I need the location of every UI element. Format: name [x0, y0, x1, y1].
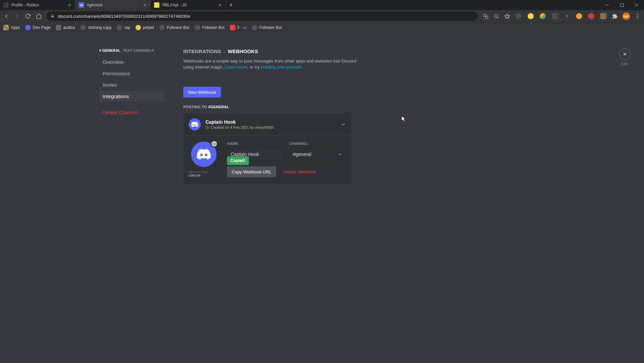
chevron-down-icon[interactable]	[341, 122, 346, 127]
breadcrumb-current: WEBHOOKS	[228, 48, 258, 54]
browser-tab[interactable]: RBLXApi - JS ✕	[151, 0, 226, 10]
apps-bookmark[interactable]: Apps	[3, 25, 20, 30]
settings-sidebar: # GENERAL TEXT CHANNELS Overview Permiss…	[0, 32, 170, 363]
extension-icon[interactable]	[600, 12, 607, 20]
chevron-right-icon: ›	[224, 49, 225, 54]
copied-tooltip: Copied!	[227, 156, 249, 165]
browser-tabs: Profile - Roblox ✕ 02 #general ✕ RBLXApi…	[0, 0, 236, 10]
extension-icon[interactable]	[551, 12, 559, 20]
sidebar-item-invites[interactable]: Invites	[99, 79, 164, 90]
apps-icon	[3, 25, 9, 30]
roblox-favicon-icon	[3, 2, 9, 8]
globe-icon	[159, 25, 165, 30]
webhook-card-header[interactable]: Captain Hook Created on 4 Feb 2021 by vi…	[183, 114, 351, 135]
bookmarks-bar: Apps Dev Page audios clothing copy rap p…	[0, 22, 644, 32]
bookmark-star-icon[interactable]	[504, 13, 510, 19]
discord-favicon-icon: 02	[79, 2, 84, 8]
globe-icon	[252, 25, 257, 30]
lock-icon	[50, 14, 55, 18]
svg-point-15	[214, 144, 214, 144]
webhook-name-heading: Captain Hook	[205, 119, 274, 125]
avatar-min-size-text: Minimum Size: 128x128	[189, 170, 219, 177]
bookmark-item[interactable]: Follower Bot	[252, 25, 282, 30]
close-tab-icon[interactable]: ✕	[67, 3, 72, 7]
channel-select[interactable]: #general	[289, 148, 346, 160]
zoom-icon[interactable]	[493, 13, 499, 19]
close-tab-icon[interactable]: ✕	[142, 3, 147, 7]
svg-line-8	[497, 17, 498, 18]
nav-back-button[interactable]	[3, 13, 9, 19]
translate-icon[interactable]	[483, 13, 489, 19]
extension-icon[interactable]	[588, 12, 595, 20]
bookmark-item[interactable]: Follower Bot	[159, 25, 189, 30]
extensions-puzzle-icon[interactable]	[612, 13, 618, 19]
clock-icon	[205, 126, 209, 129]
close-icon	[622, 51, 628, 57]
esc-label: ESC	[621, 62, 629, 66]
bookmark-item[interactable]: # · ▭	[230, 25, 247, 30]
close-tab-icon[interactable]: ✕	[218, 3, 222, 7]
tab-title: Profile - Roblox	[11, 3, 39, 7]
close-settings-button[interactable]	[619, 48, 631, 60]
bookmark-favicon-icon	[136, 25, 141, 30]
bookmark-item[interactable]: clothing copy	[80, 25, 111, 30]
upload-image-icon[interactable]	[211, 140, 218, 148]
bookmark-favicon-icon	[230, 25, 235, 30]
svg-rect-1	[620, 4, 623, 7]
url-text: discord.com/channels/806613497550602311/…	[58, 14, 190, 19]
new-webhook-button[interactable]: New Webhook	[183, 87, 221, 97]
sidebar-item-delete-channel[interactable]: Delete Channel	[99, 107, 164, 118]
extension-icon[interactable]	[539, 12, 546, 20]
breadcrumb-parent[interactable]: INTEGRATIONS	[183, 48, 221, 54]
bookmark-item[interactable]: audios	[56, 25, 75, 30]
tab-title: RBLXApi - JS	[162, 3, 187, 7]
webhook-card: Captain Hook Created on 4 Feb 2021 by vi…	[183, 114, 351, 184]
svg-point-11	[637, 16, 638, 17]
extension-icon[interactable]	[515, 12, 522, 20]
svg-marker-9	[505, 14, 509, 18]
sidebar-item-integrations[interactable]: Integrations	[99, 91, 164, 102]
nav-forward-button[interactable]	[14, 13, 20, 19]
sidebar-header: # GENERAL TEXT CHANNELS	[99, 48, 164, 52]
settings-content: INTEGRATIONS › WEBHOOKS Webhooks are a s…	[170, 32, 644, 363]
webhook-avatar-upload[interactable]	[191, 142, 217, 167]
webhook-created-text: Created on 4 Feb 2021 by vinny#9305	[205, 125, 274, 129]
bookmark-favicon-icon	[56, 25, 61, 30]
js-favicon-icon	[154, 2, 159, 8]
delete-webhook-button[interactable]: Delete Webhook	[283, 169, 316, 174]
sidebar-item-permissions[interactable]: Permissions	[99, 68, 164, 79]
nav-reload-button[interactable]	[25, 13, 31, 19]
sidebar-item-overview[interactable]: Overview	[99, 56, 164, 67]
window-minimize-button[interactable]	[600, 0, 614, 10]
bookmark-item[interactable]: Follower Bot	[195, 25, 225, 30]
learn-more-link[interactable]: Learn more	[225, 65, 247, 70]
extension-icon[interactable]	[527, 12, 534, 20]
window-maximize-button[interactable]	[614, 0, 629, 10]
window-close-button[interactable]	[629, 0, 644, 10]
name-field-label: NAME	[227, 142, 284, 146]
webhook-avatar-icon	[189, 118, 201, 130]
svg-rect-4	[51, 16, 54, 17]
bookmark-item[interactable]: Dev Page	[25, 25, 50, 30]
nav-home-button[interactable]	[36, 13, 42, 19]
profile-avatar[interactable]: vzn	[622, 12, 630, 20]
browser-tab[interactable]: 02 #general ✕	[75, 0, 151, 10]
svg-point-12	[637, 18, 638, 19]
tab-title: #general	[87, 3, 103, 7]
bookmark-favicon-icon	[25, 25, 31, 30]
copy-webhook-url-button[interactable]: Copy Webhook URL	[227, 166, 276, 177]
bookmark-item[interactable]: rap	[117, 25, 130, 30]
new-tab-button[interactable]: +	[226, 0, 236, 10]
globe-icon	[195, 25, 200, 30]
divider	[183, 78, 351, 79]
svg-point-10	[637, 14, 638, 15]
browser-menu-icon[interactable]	[635, 13, 641, 19]
bookmark-item[interactable]: petpet	[136, 25, 154, 30]
browser-tab[interactable]: Profile - Roblox ✕	[0, 0, 75, 10]
svg-point-7	[495, 14, 498, 17]
address-bar[interactable]: discord.com/channels/806613497550602311/…	[46, 11, 478, 21]
extension-icon[interactable]	[563, 12, 571, 20]
build-yourself-link[interactable]: building one yourself	[261, 65, 301, 70]
globe-icon	[117, 25, 122, 30]
extension-icon[interactable]	[575, 12, 583, 20]
